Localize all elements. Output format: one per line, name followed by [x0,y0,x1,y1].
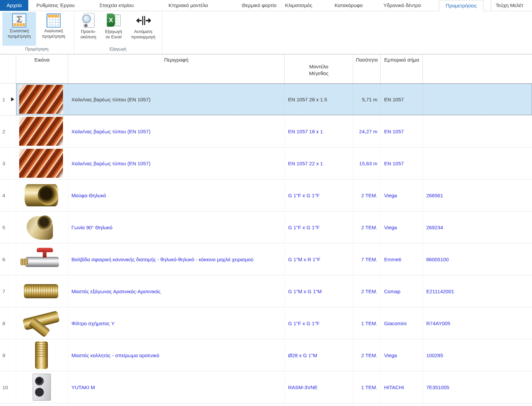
image-cell[interactable] [16,339,68,371]
tab-study-reports[interactable]: Τεύχη Μελέτ [491,0,532,11]
image-cell[interactable] [16,275,68,307]
brand-cell[interactable]: Comap [381,275,423,307]
table-row[interactable]: 5 Γωνία 90° Θηλυκό G 1"F x G 1"F 2 ΤΕΜ. … [0,211,532,243]
code-cell[interactable]: E211142001 [423,275,532,307]
quantity-cell[interactable]: 24,27 m [353,115,381,147]
tab-air-conditioning[interactable]: Κλιματισμός [281,0,317,11]
tab-hydronic-tree[interactable]: Υδρονικό δέντρο [379,0,425,11]
brand-cell[interactable]: Viega [381,211,423,243]
quantity-cell[interactable]: 2 ΤΕΜ. [353,339,381,371]
table-row[interactable]: 6 Βαλβίδα σφαιρική κανονικής διατομής - … [0,243,532,275]
quantity-cell[interactable]: 1 ΤΕΜ. [353,307,381,339]
table-row[interactable]: 4 Μούφα Θηλυκό G 1"F x G 1"F 2 ΤΕΜ. Vieg… [0,179,532,211]
description-cell[interactable]: Μούφα Θηλυκό [68,179,285,211]
description-cell[interactable]: Μαστός εξάγωνος Αρσενικός-Αρσενικός [68,275,285,307]
code-cell[interactable]: 100285 [423,339,532,371]
row-number-cell[interactable]: 6 [0,243,16,275]
tab-riser[interactable]: Κατακόρυφο [330,0,367,11]
image-cell[interactable] [16,179,68,211]
model-cell[interactable]: G 1"M x R 1"F [285,243,353,275]
image-cell[interactable] [16,147,68,179]
row-number-cell[interactable]: 9 [0,339,16,371]
brand-cell[interactable]: EN 1057 [381,147,423,179]
image-cell[interactable] [16,211,68,243]
model-cell[interactable]: RASM-3VNE [285,371,353,403]
description-cell[interactable]: Χαλκ/νας βαρέως τύπου (EN 1057) [68,83,285,115]
brand-cell[interactable]: EN 1057 [381,115,423,147]
row-number-cell[interactable]: 11 [0,403,16,406]
row-number-cell[interactable]: 2 [0,115,16,147]
code-cell[interactable]: 269234 [423,211,532,243]
quantity-cell[interactable]: 1 ΤΕΜ. [353,371,381,403]
image-cell[interactable] [16,115,68,147]
preview-button[interactable]: Προεπι- σκόπιση [76,12,100,46]
description-cell[interactable]: Μαστός κολλητός - σπείρωμα αρσενικό [68,339,285,371]
model-cell[interactable]: EN 1057 18 x 1 [285,115,353,147]
table-row[interactable]: 8 Φίλτρο σχήματος Y G 1"F x G 1"F 1 ΤΕΜ.… [0,307,532,339]
code-cell[interactable]: 266561 [423,179,532,211]
summary-boq-button[interactable]: Συνοπτική προμέτρηση [2,12,36,46]
model-cell[interactable]: G 1"F x G 1"F [285,211,353,243]
brand-cell[interactable] [381,403,423,406]
image-cell[interactable] [16,83,68,115]
header-quantity[interactable]: Ποσότητα [353,55,381,83]
code-cell[interactable]: 86005100 [423,243,532,275]
header-brand[interactable]: Εμπορικό σήμα [381,55,423,83]
quantity-cell[interactable]: 5,71 m [353,83,381,115]
code-cell[interactable] [423,83,532,115]
code-cell[interactable] [423,147,532,179]
code-cell[interactable] [423,403,532,406]
table-row[interactable]: 9 Μαστός κολλητός - σπείρωμα αρσενικό Ø2… [0,339,532,371]
tab-file[interactable]: Αρχείο [0,0,28,11]
image-cell[interactable] [16,371,68,403]
header-code[interactable] [423,55,532,83]
quantity-cell[interactable]: 2 ΤΕΜ. [353,179,381,211]
table-row[interactable]: 11 [0,403,532,406]
code-cell[interactable] [423,115,532,147]
model-cell[interactable]: G 1"F x G 1"F [285,179,353,211]
table-row[interactable]: 10 YUTAKI M RASM-3VNE 1 ΤΕΜ. HITACHI 7E3… [0,371,532,403]
tab-building-elements[interactable]: Στοιχεία κτιρίου [95,0,138,11]
table-row[interactable]: 7 Μαστός εξάγωνος Αρσενικός-Αρσενικός G … [0,275,532,307]
brand-cell[interactable]: Viega [381,179,423,211]
row-number-cell[interactable]: 1 [0,83,16,115]
header-model-size[interactable]: Μοντέλο Μέγεθος [285,55,353,83]
description-cell[interactable]: Βαλβίδα σφαιρική κανονικής διατομής - θη… [68,243,285,275]
autofit-button[interactable]: Αυτόματη προσαρμογή [127,12,159,46]
model-cell[interactable]: G 1"F x G 1"F [285,307,353,339]
row-number-cell[interactable]: 7 [0,275,16,307]
brand-cell[interactable]: Emmeti [381,243,423,275]
description-cell[interactable]: Χαλκ/νας βαρέως τύπου (EN 1057) [68,147,285,179]
header-description[interactable]: Περιγραφή [68,55,285,83]
tab-bill-of-quantities[interactable]: Προμετρήσεις [439,0,483,11]
header-image[interactable]: Εικόνα [16,55,68,83]
quantity-cell[interactable]: 2 ΤΕΜ. [353,211,381,243]
description-cell[interactable] [68,403,285,406]
quantity-cell[interactable]: 15,63 m [353,147,381,179]
tab-thermal-load[interactable]: Θερμικό φορτίο [238,0,281,11]
model-cell[interactable]: Ø28 x G 1"M [285,339,353,371]
brand-cell[interactable]: Giacomini [381,307,423,339]
brand-cell[interactable]: EN 1057 [381,83,423,115]
brand-cell[interactable]: Viega [381,339,423,371]
brand-cell[interactable]: HITACHI [381,371,423,403]
tab-building-model[interactable]: Κτηριακό μοντέλο [164,0,212,11]
table-row[interactable]: 3 Χαλκ/νας βαρέως τύπου (EN 1057) EN 105… [0,147,532,179]
table-row[interactable]: 1 Χαλκ/νας βαρέως τύπου (EN 1057) EN 105… [0,83,532,115]
export-excel-button[interactable]: Εξαγωγή σε Excel [100,12,127,46]
code-cell[interactable]: R74AY005 [423,307,532,339]
quantity-cell[interactable] [353,403,381,406]
description-cell[interactable]: YUTAKI M [68,371,285,403]
table-row[interactable]: 2 Χαλκ/νας βαρέως τύπου (EN 1057) EN 105… [0,115,532,147]
tab-project-settings[interactable]: Ρυθμίσεις Έργου [32,0,79,11]
code-cell[interactable]: 7E351005 [423,371,532,403]
model-cell[interactable]: EN 1057 22 x 1 [285,147,353,179]
model-cell[interactable]: EN 1057 28 x 1.5 [285,83,353,115]
row-number-cell[interactable]: 3 [0,147,16,179]
image-cell[interactable] [16,243,68,275]
image-cell[interactable] [16,403,68,406]
model-cell[interactable]: G 1"M x G 1"M [285,275,353,307]
row-number-cell[interactable]: 4 [0,179,16,211]
description-cell[interactable]: Χαλκ/νας βαρέως τύπου (EN 1057) [68,115,285,147]
image-cell[interactable] [16,307,68,339]
